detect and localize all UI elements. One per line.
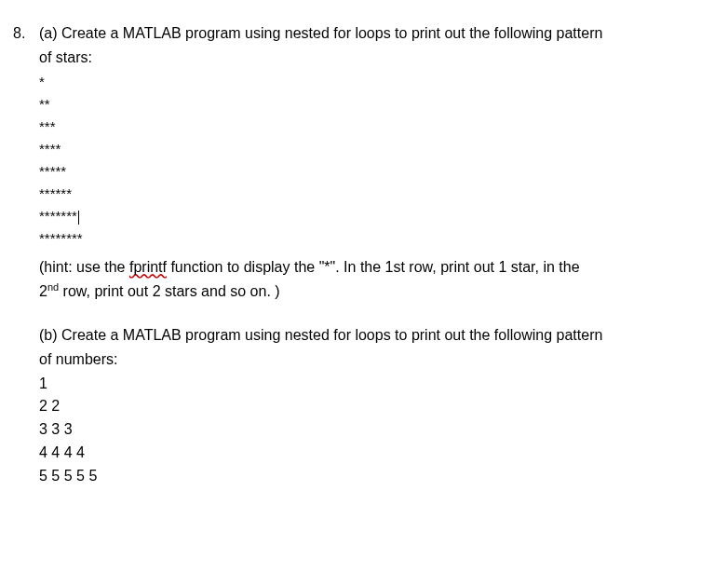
hint-spellcheck-word: fprintf [129,259,167,275]
num-pattern-row-5: 5 5 5 5 5 [39,465,709,488]
star-pattern-row-6: ****** [39,183,709,205]
part-b-text-line2: of numbers: [39,348,709,371]
question-content: (a) Create a MATLAB program using nested… [39,22,709,488]
part-b-text-line1: (b) Create a MATLAB program using nested… [39,324,709,347]
num-pattern-row-1: 1 [39,373,709,396]
question-8: 8. (a) Create a MATLAB program using nes… [13,22,709,488]
part-a-text-line2: of stars: [39,47,709,69]
num-pattern-row-2: 2 2 [39,395,709,418]
star-pattern-row-2: ** [39,93,709,116]
question-number: 8. [13,22,39,45]
hint-text: (hint: use the fprintf function to displ… [39,255,709,304]
star-pattern-row-3: *** [39,116,709,138]
part-a-text-line1: (a) Create a MATLAB program using nested… [39,22,709,45]
star-pattern-row-4: **** [39,138,709,160]
hint-line2-sup: nd [47,281,59,293]
part-b: (b) Create a MATLAB program using nested… [39,324,709,488]
star-pattern-row-1: * [39,71,709,93]
hint-mid: function to display the "*". In the 1st … [167,259,580,275]
hint-line2-pre: 2 [39,283,47,299]
hint-line2-post: row, print out 2 stars and so on. ) [59,283,279,299]
hint-prefix: (hint: use the [39,259,129,275]
star-pattern-row-5: ***** [39,160,709,183]
num-pattern-row-4: 4 4 4 4 [39,442,709,465]
star-pattern-row-8: ******** [39,227,709,250]
num-pattern-row-3: 3 3 3 [39,418,709,442]
star-pattern-row-7: ******* [39,205,709,227]
